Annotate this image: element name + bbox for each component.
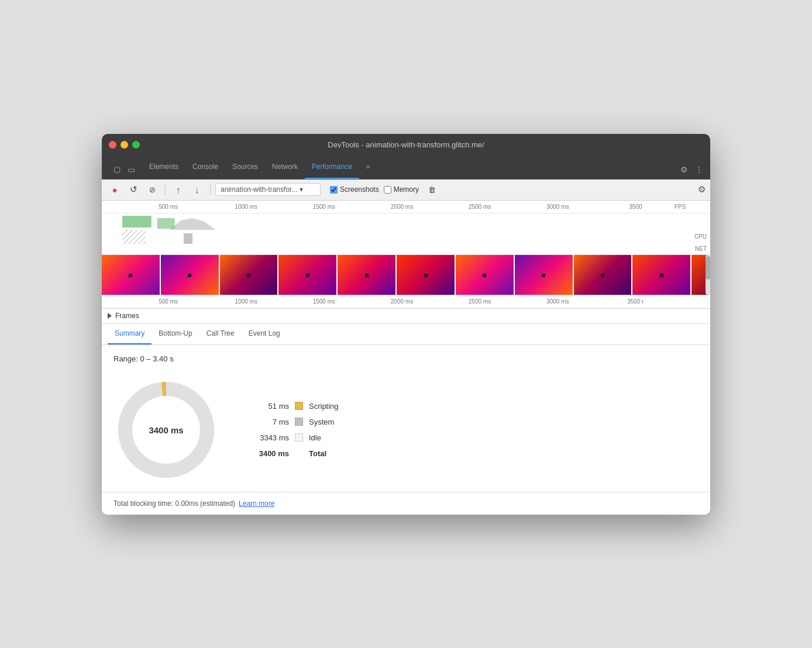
fps-label: FPS bbox=[675, 204, 691, 210]
clear-button[interactable]: ⊘ bbox=[144, 181, 160, 198]
ruler-mark-1000: 1000 ms bbox=[207, 204, 285, 210]
memory-checkbox[interactable] bbox=[384, 186, 391, 194]
screenshot-thumb-5 bbox=[338, 255, 397, 295]
refresh-button[interactable]: ↺ bbox=[125, 181, 142, 198]
svg-rect-4 bbox=[122, 230, 146, 244]
devtools-window: DevTools - animation-with-transform.glit… bbox=[102, 134, 710, 515]
upload-button[interactable]: ↑ bbox=[170, 181, 187, 198]
screenshots-label: Screenshots bbox=[340, 185, 379, 194]
screenshot-thumb-9 bbox=[574, 255, 633, 295]
screenshot-thumb-2 bbox=[161, 255, 220, 295]
system-swatch bbox=[295, 418, 303, 426]
screenshots-checkbox[interactable] bbox=[330, 186, 338, 194]
more-icon[interactable]: ⋮ bbox=[693, 163, 706, 177]
frames-row[interactable]: Frames bbox=[102, 309, 710, 324]
svg-rect-5 bbox=[184, 233, 192, 244]
screenshot-thumb-8 bbox=[515, 255, 574, 295]
tab-performance[interactable]: Performance bbox=[305, 156, 359, 179]
analysis-tab-bar: Summary Bottom-Up Call Tree Event Log bbox=[102, 324, 710, 345]
tab-sources[interactable]: Sources bbox=[225, 156, 265, 179]
minimize-button[interactable] bbox=[121, 141, 128, 149]
ruler-mark-b-2000: 2000 ms bbox=[363, 298, 441, 305]
ruler-mark-b-2500: 2500 ms bbox=[441, 298, 519, 305]
ruler-mark-500: 500 ms bbox=[129, 204, 207, 210]
url-text: animation-with-transfor... bbox=[221, 185, 297, 194]
idle-value: 3343 ms bbox=[254, 433, 289, 442]
tab-bar-icons: ⬡ ▭ bbox=[106, 163, 142, 179]
svg-rect-0 bbox=[122, 216, 152, 228]
screenshot-strip bbox=[102, 254, 710, 295]
screenshots-checkbox-label[interactable]: Screenshots bbox=[330, 185, 379, 194]
total-label: Total bbox=[309, 449, 326, 458]
cpu-track-content bbox=[122, 230, 690, 244]
blocking-time-text: Total blocking time: 0.00ms (estimated) bbox=[113, 499, 235, 508]
cursor-icon[interactable]: ⬡ bbox=[111, 163, 123, 177]
frames-label: Frames bbox=[115, 312, 139, 320]
memory-checkbox-label[interactable]: Memory bbox=[384, 185, 419, 194]
summary-content: Range: 0 – 3.40 s bbox=[102, 345, 710, 492]
frames-expand-icon[interactable] bbox=[108, 313, 112, 319]
toolbar-checkboxes: Screenshots Memory 🗑 bbox=[330, 181, 440, 198]
cpu-right-label: CPU bbox=[690, 233, 710, 240]
idle-swatch bbox=[295, 433, 303, 442]
timeline-scrollbar-thumb[interactable] bbox=[706, 256, 710, 280]
record-button[interactable]: ● bbox=[106, 181, 123, 198]
trash-button[interactable]: 🗑 bbox=[424, 181, 440, 198]
tab-console[interactable]: Console bbox=[185, 156, 225, 179]
chart-area: 3400 ms 51 ms Scripting 7 ms System bbox=[113, 377, 699, 482]
net-right-label: NET bbox=[690, 246, 710, 252]
system-label: System bbox=[309, 418, 334, 426]
ruler-mark-3500: 3500 bbox=[597, 204, 675, 210]
ruler-mark-b-1500: 1500 ms bbox=[285, 298, 363, 305]
screenshot-thumb-4 bbox=[278, 255, 338, 295]
ruler-mark-2500: 2500 ms bbox=[441, 204, 519, 210]
fps-track-content bbox=[122, 213, 704, 230]
devtools-tab-bar: ⬡ ▭ Elements Console Sources Network Per… bbox=[102, 156, 710, 180]
legend-idle: 3343 ms Idle bbox=[254, 433, 339, 442]
url-dropdown-icon[interactable]: ▾ bbox=[300, 185, 303, 194]
screenshot-thumb-3 bbox=[220, 255, 279, 295]
screenshot-thumb-10 bbox=[632, 255, 691, 295]
fps-track bbox=[102, 213, 710, 230]
ruler-mark-1500: 1500 ms bbox=[285, 204, 363, 210]
legend-total: 3400 ms Total bbox=[254, 449, 339, 458]
performance-toolbar: ● ↺ ⊘ ↑ ↓ animation-with-transfor... ▾ S… bbox=[102, 180, 710, 201]
device-icon[interactable]: ▭ bbox=[125, 163, 137, 177]
chart-legend: 51 ms Scripting 7 ms System 3343 ms Idle bbox=[254, 402, 339, 458]
learn-more-link[interactable]: Learn more bbox=[239, 499, 274, 508]
ruler-mark-3000: 3000 ms bbox=[519, 204, 597, 210]
ruler-mark-b-3000: 3000 ms bbox=[519, 298, 597, 305]
total-value: 3400 ms bbox=[254, 449, 289, 458]
ruler-mark-b-3500: 3500 r bbox=[597, 298, 675, 305]
ruler-mark-b-1000: 1000 ms bbox=[207, 298, 285, 305]
svg-marker-2 bbox=[169, 218, 216, 230]
tab-event-log[interactable]: Event Log bbox=[242, 324, 287, 344]
timeline-scrollbar[interactable] bbox=[706, 255, 710, 295]
download-button[interactable]: ↓ bbox=[189, 181, 205, 198]
tab-bottom-up[interactable]: Bottom-Up bbox=[152, 324, 199, 344]
settings-icon[interactable]: ⚙ bbox=[678, 163, 690, 177]
traffic-lights bbox=[109, 141, 140, 149]
url-selector[interactable]: animation-with-transfor... ▾ bbox=[215, 183, 321, 196]
settings-gear-icon[interactable]: ⚙ bbox=[698, 184, 706, 194]
range-text: Range: 0 – 3.40 s bbox=[113, 354, 699, 363]
tab-elements[interactable]: Elements bbox=[142, 156, 185, 179]
tab-network[interactable]: Network bbox=[265, 156, 305, 179]
scripting-label: Scripting bbox=[309, 402, 339, 411]
net-track: NET bbox=[102, 244, 710, 254]
tab-summary[interactable]: Summary bbox=[108, 324, 152, 344]
idle-label: Idle bbox=[309, 433, 321, 442]
devtools-right-icons: ⚙ ⋮ bbox=[678, 163, 706, 179]
ruler-mark-2000: 2000 ms bbox=[363, 204, 441, 210]
timeline-ruler-top: 500 ms 1000 ms 1500 ms 2000 ms 2500 ms 3… bbox=[102, 201, 710, 213]
title-bar: DevTools - animation-with-transform.glit… bbox=[102, 134, 710, 156]
tab-more[interactable]: » bbox=[359, 156, 377, 179]
close-button[interactable] bbox=[109, 141, 116, 149]
screenshot-thumb-7 bbox=[456, 255, 515, 295]
bottom-panel: Summary Bottom-Up Call Tree Event Log Ra… bbox=[102, 324, 710, 515]
system-value: 7 ms bbox=[254, 418, 289, 426]
toolbar-right-spacer: ⚙ bbox=[698, 184, 706, 195]
maximize-button[interactable] bbox=[132, 141, 140, 149]
tab-call-tree[interactable]: Call Tree bbox=[199, 324, 242, 344]
legend-scripting: 51 ms Scripting bbox=[254, 402, 339, 411]
